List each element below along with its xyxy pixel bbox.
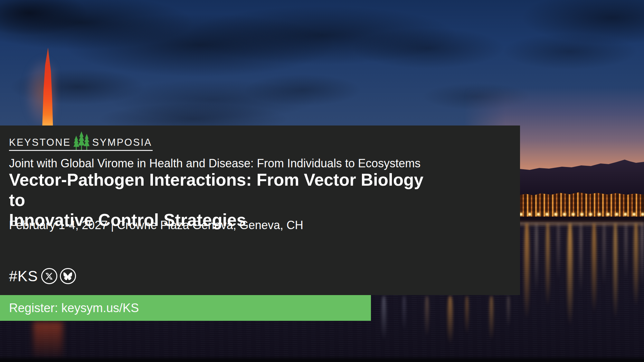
reflection-streak — [634, 223, 638, 307]
reflection-streak — [603, 223, 605, 288]
reflection-streak — [567, 223, 573, 326]
reflection-streak — [546, 223, 550, 307]
register-cta-bar[interactable]: Register: keysym.us/KS — [0, 295, 371, 321]
reflection-streak — [489, 296, 493, 341]
reflection-streak — [425, 296, 429, 338]
event-banner: KEYSTONE SYMPOSIA Jo — [0, 0, 644, 362]
fountain-reflection — [33, 322, 63, 361]
event-date-location: February 1-4, 2027 | Crowne Plaza Geneva… — [9, 218, 303, 232]
reflection-streak — [592, 223, 596, 313]
social-row: #KS — [9, 268, 76, 284]
bottom-water-shadow — [0, 356, 644, 362]
reflection-streak — [507, 296, 510, 328]
quay-street-lights — [518, 212, 644, 217]
reflection-streak — [613, 223, 617, 320]
event-title-line1: Vector-Pathogen Interactions: From Vecto… — [9, 170, 442, 210]
reflection-streak — [535, 223, 538, 294]
reflection-streak — [448, 296, 453, 344]
mountain-silhouette — [501, 154, 644, 197]
register-link-text[interactable]: Register: keysym.us/KS — [9, 301, 139, 315]
reflection-streak — [625, 223, 627, 281]
reflection-streak — [557, 223, 560, 281]
logo-word-keystone: KEYSTONE — [9, 137, 71, 147]
keystone-symposia-logo: KEYSTONE SYMPOSIA — [9, 131, 153, 151]
logo-word-symposia: SYMPOSIA — [92, 137, 152, 147]
pine-trees-icon — [73, 131, 90, 150]
reflection-streak — [524, 223, 529, 320]
reflection-streak — [580, 223, 582, 294]
reflection-streak — [402, 296, 406, 331]
butterfly-icon[interactable] — [60, 268, 76, 284]
reflection-streak — [641, 223, 643, 288]
x-icon[interactable] — [41, 268, 57, 284]
reflection-streak — [465, 296, 469, 335]
joint-meeting-subtitle: Joint with Global Virome in Health and D… — [9, 156, 421, 170]
event-info-panel: KEYSTONE SYMPOSIA Jo — [0, 125, 520, 295]
event-hashtag: #KS — [9, 269, 38, 283]
reflection-streak — [382, 296, 386, 341]
